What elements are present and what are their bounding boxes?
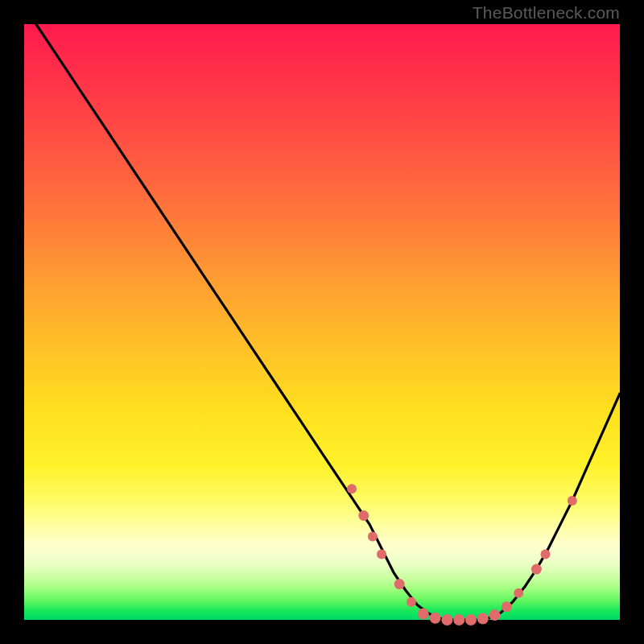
curve-marker <box>394 579 405 589</box>
curve-marker <box>368 531 378 541</box>
chart-svg <box>24 24 620 620</box>
curve-markers <box>347 484 577 625</box>
curve-marker <box>489 609 501 621</box>
curve-marker <box>502 601 512 612</box>
bottleneck-curve <box>36 24 620 620</box>
curve-marker <box>358 510 369 521</box>
attribution-label: TheBottleneck.com <box>473 3 620 23</box>
curve-marker <box>377 550 386 559</box>
chart-frame: TheBottleneck.com <box>0 0 644 644</box>
curve-marker <box>514 588 523 598</box>
curve-marker <box>465 614 477 625</box>
curve-marker <box>407 597 416 607</box>
curve-marker <box>531 564 542 575</box>
curve-marker <box>347 484 357 493</box>
plot-area <box>24 24 620 620</box>
curve-marker <box>453 614 464 625</box>
curve-marker <box>541 550 551 559</box>
curve-marker <box>477 613 489 625</box>
curve-marker <box>568 496 577 506</box>
curve-marker <box>430 613 441 624</box>
curve-marker <box>441 614 452 625</box>
curve-marker <box>418 609 429 620</box>
